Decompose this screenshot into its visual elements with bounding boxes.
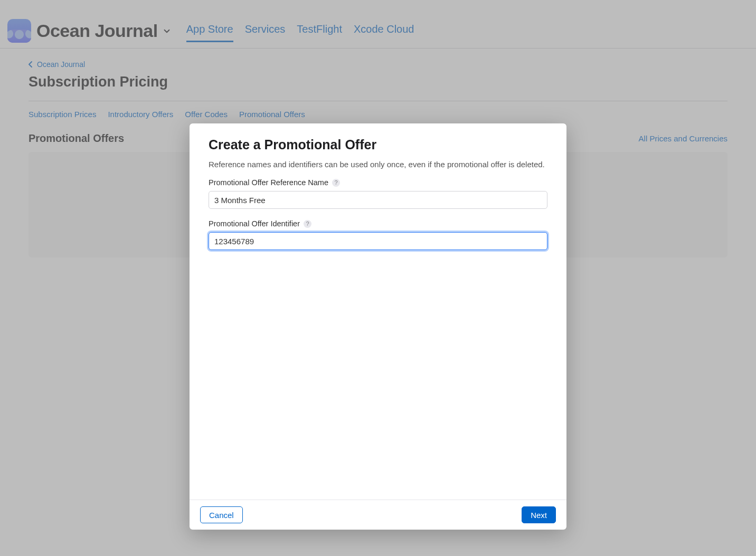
help-icon[interactable]: ? (332, 179, 340, 187)
create-promotional-offer-modal: Create a Promotional Offer Reference nam… (190, 123, 566, 530)
identifier-input[interactable] (209, 232, 547, 250)
help-icon[interactable]: ? (304, 220, 311, 228)
modal-title: Create a Promotional Offer (209, 137, 547, 152)
reference-name-label: Promotional Offer Reference Name ? (209, 178, 547, 187)
cancel-button[interactable]: Cancel (200, 506, 243, 523)
modal-description: Reference names and identifiers can be u… (209, 160, 547, 169)
reference-name-input[interactable] (209, 191, 547, 209)
next-button[interactable]: Next (522, 506, 556, 523)
identifier-label: Promotional Offer Identifier ? (209, 219, 547, 228)
modal-overlay[interactable]: Create a Promotional Offer Reference nam… (0, 0, 756, 556)
modal-footer: Cancel Next (190, 500, 566, 530)
modal-body: Create a Promotional Offer Reference nam… (190, 123, 566, 500)
reference-name-label-text: Promotional Offer Reference Name (209, 178, 328, 187)
identifier-label-text: Promotional Offer Identifier (209, 219, 300, 228)
